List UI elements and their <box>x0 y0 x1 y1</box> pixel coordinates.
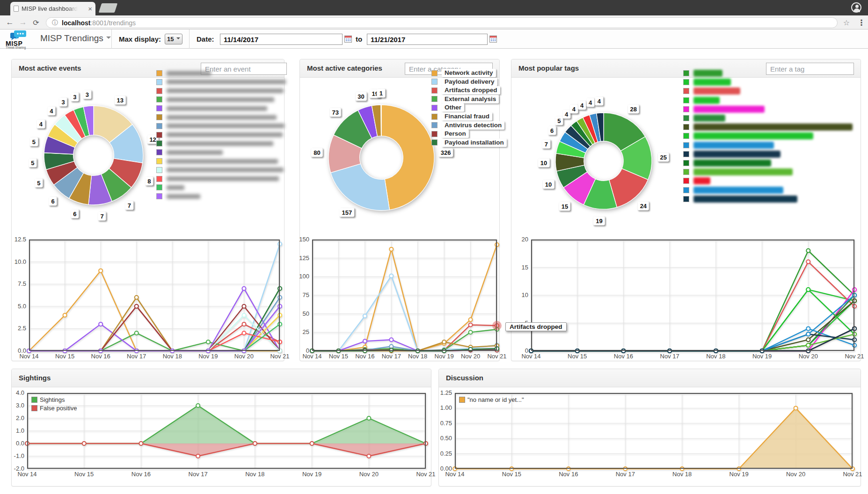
profile-avatar-icon[interactable] <box>851 2 861 13</box>
legend-swatch <box>683 70 689 76</box>
x-axis-tick-label: Nov 20 <box>792 353 824 360</box>
categories-legend-row[interactable]: Person <box>431 130 469 138</box>
tag-search-input[interactable] <box>766 63 854 75</box>
tags-legend-row[interactable] <box>683 115 725 122</box>
categories-line-chart[interactable]: 0255075100125150Nov 14Nov 15Nov 16Nov 17… <box>312 240 497 353</box>
tab-close-icon[interactable]: × <box>88 5 92 12</box>
tags-legend-row[interactable] <box>683 132 813 139</box>
tags-legend-row[interactable] <box>683 168 793 175</box>
x-axis-tick-label: Nov 14 <box>438 471 471 478</box>
panel-title: Most active events <box>19 64 81 72</box>
legend-swatch <box>683 124 689 130</box>
y-axis-tick-label: 12.5 <box>5 236 26 243</box>
events-legend-row[interactable] <box>156 96 274 102</box>
tags-legend-row[interactable] <box>683 151 780 158</box>
misp-logo[interactable]: MISP Threat Sharing <box>6 30 33 48</box>
tags-legend-row[interactable] <box>683 142 774 149</box>
events-legend-row[interactable] <box>156 158 278 164</box>
redacted-event-label <box>167 150 223 155</box>
events-legend-row[interactable] <box>156 193 200 199</box>
events-legend-row[interactable] <box>156 70 211 76</box>
events-legend-row[interactable] <box>156 167 284 173</box>
back-button[interactable]: ← <box>4 15 16 29</box>
events-legend-row[interactable] <box>156 105 267 111</box>
browser-tab[interactable]: MISP live dashboard × <box>10 2 95 15</box>
redacted-event-label <box>167 97 274 102</box>
browser-menu-icon[interactable]: ⋮ <box>855 15 868 29</box>
event-search-input[interactable] <box>201 63 287 75</box>
tags-legend-row[interactable] <box>683 196 797 203</box>
legend-label: Payload installation <box>442 138 507 147</box>
reload-button[interactable]: ⟳ <box>30 15 42 29</box>
y-axis-tick-label: 0.75 <box>430 420 452 427</box>
donut-slice[interactable] <box>381 105 434 210</box>
tags-legend-row[interactable] <box>683 70 722 77</box>
tags-line-chart[interactable]: 05101520Nov 14Nov 15Nov 16Nov 17Nov 18No… <box>531 240 854 353</box>
legend-swatch <box>431 79 438 85</box>
donut-slice[interactable] <box>331 164 390 211</box>
panel-heading: Most active events <box>12 59 284 78</box>
tags-legend-row[interactable] <box>683 187 783 194</box>
redacted-event-label <box>167 80 286 84</box>
max-display-label: Max display: <box>119 35 161 43</box>
tags-legend-row[interactable] <box>683 87 740 94</box>
calendar-icon[interactable] <box>489 36 497 43</box>
tags-legend-row[interactable] <box>683 97 720 104</box>
page-info-icon[interactable]: ⓘ <box>52 19 58 27</box>
y-axis-tick-label: 7.5 <box>5 280 26 287</box>
donut-slice-value: 4 <box>37 120 45 129</box>
date-to-input[interactable]: 11/21/2017 <box>367 34 488 45</box>
x-axis-tick-label: Nov 17 <box>120 353 153 360</box>
events-legend-row[interactable] <box>156 88 284 94</box>
categories-legend-row[interactable]: Payload installation <box>431 138 507 147</box>
discussion-area-chart[interactable]: 1.251.000.750.500.250.00Nov 14Nov 15Nov … <box>455 393 853 471</box>
y-axis-tick-label: 20 <box>507 236 528 243</box>
events-legend-row[interactable] <box>156 114 277 120</box>
legend-swatch <box>431 114 438 120</box>
categories-legend-row[interactable]: Antivirus detection <box>431 121 504 130</box>
logo-subtext: Threat Sharing <box>6 46 26 49</box>
tags-legend-row[interactable] <box>683 160 771 167</box>
tags-legend-row[interactable] <box>683 177 710 184</box>
events-donut-chart[interactable]: 13128776655544333 <box>22 84 165 226</box>
donut-slice-value: 4 <box>595 97 603 106</box>
tags-legend-row[interactable] <box>683 79 731 86</box>
x-axis-tick-label: Nov 20 <box>780 471 812 478</box>
legend-swatch <box>156 184 162 190</box>
donut-slice[interactable] <box>381 105 381 136</box>
legend-swatch <box>431 122 438 128</box>
tags-legend-row[interactable] <box>683 106 765 113</box>
calendar-icon[interactable] <box>344 36 352 43</box>
events-legend-row[interactable] <box>156 123 284 129</box>
y-axis-tick-label: 0.25 <box>430 450 452 457</box>
max-display-select[interactable]: 15 <box>165 34 182 44</box>
categories-legend-row[interactable]: External analysis <box>431 95 499 103</box>
trendings-menu[interactable]: MISP Trendings <box>40 33 111 44</box>
tags-donut-chart[interactable]: 2825241915101076544444 <box>534 91 673 231</box>
address-bar[interactable]: ⓘ localhost:8001/trendings <box>46 17 838 28</box>
categories-legend-row[interactable]: Artifacts dropped <box>431 86 500 94</box>
events-legend-row[interactable] <box>156 149 223 155</box>
new-tab-button[interactable] <box>99 3 117 13</box>
date-to-word: to <box>356 35 362 43</box>
tags-legend-row[interactable] <box>683 124 853 131</box>
legend-swatch <box>156 158 162 164</box>
legend-swatch <box>156 70 162 76</box>
date-from-input[interactable]: 11/14/2017 <box>220 34 343 45</box>
events-legend-row[interactable] <box>156 184 184 190</box>
events-line-chart[interactable]: 0.02.55.07.510.012.5Nov 14Nov 15Nov 16No… <box>29 240 280 353</box>
events-legend-row[interactable] <box>156 176 279 182</box>
chart-legend-item: "no name or id yet..." <box>459 396 524 403</box>
redacted-event-label <box>167 194 200 199</box>
events-legend-row[interactable] <box>156 79 286 85</box>
forward-button[interactable]: → <box>17 15 29 29</box>
categories-legend-row[interactable]: Other <box>431 103 464 112</box>
sightings-area-chart[interactable]: 4.03.02.01.00.0-1.0-2.0Nov 14Nov 15Nov 1… <box>27 393 426 471</box>
categories-legend-row[interactable]: Financial fraud <box>431 112 492 121</box>
bookmark-star-icon[interactable]: ☆ <box>840 15 853 29</box>
events-legend-row[interactable] <box>156 140 273 146</box>
legend-swatch <box>683 151 689 157</box>
categories-legend-row[interactable]: Network activity <box>431 69 496 77</box>
categories-legend-row[interactable]: Payload delivery <box>431 78 497 86</box>
events-legend-row[interactable] <box>156 132 283 138</box>
